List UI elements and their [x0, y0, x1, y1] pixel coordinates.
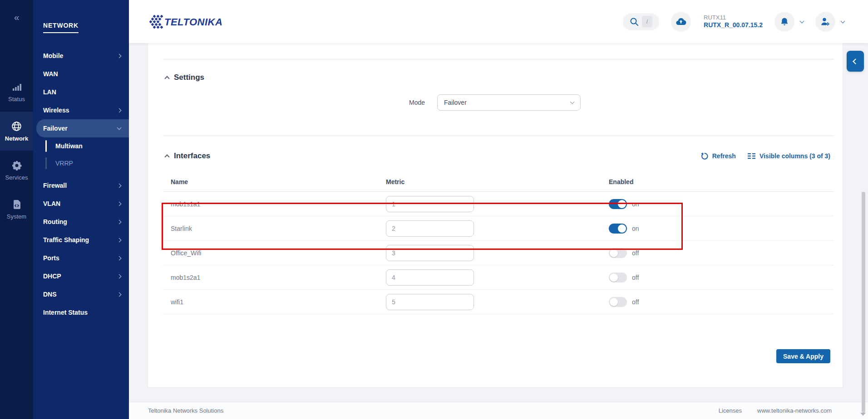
sidebar-title: NETWORK	[43, 22, 79, 33]
rail-item-services[interactable]: Services	[0, 151, 33, 190]
section-divider	[163, 59, 834, 59]
metric-input[interactable]	[386, 269, 474, 286]
chevron-right-icon	[117, 54, 122, 58]
interface-name: mob1s2a1	[163, 274, 386, 281]
sidebar-subitem-label: VRRP	[55, 160, 73, 167]
rail-item-status[interactable]: Status	[0, 73, 33, 112]
save-apply-button[interactable]: Save & Apply	[776, 349, 830, 363]
chevron-down-icon	[800, 19, 804, 23]
enabled-toggle[interactable]	[609, 199, 627, 209]
enabled-toggle[interactable]	[609, 248, 627, 258]
globe-icon	[11, 121, 22, 132]
sidebar-item-lan[interactable]: LAN	[33, 83, 129, 101]
cloud-upload-icon	[675, 16, 687, 28]
sidebar-subitem-label: Multiwan	[55, 142, 83, 150]
table-row: mob1s1a1 on	[163, 192, 834, 216]
chevron-right-icon	[117, 274, 122, 278]
metric-input[interactable]	[386, 220, 474, 237]
scrollbar-down-arrow[interactable]	[860, 413, 866, 416]
rail-item-system[interactable]: System	[0, 190, 33, 229]
sidebar-item-internet-status[interactable]: Internet Status	[33, 303, 129, 322]
refresh-button[interactable]: Refresh	[701, 152, 736, 160]
mode-select-value: Failover	[444, 99, 467, 106]
events-panel-expand-tab[interactable]	[847, 51, 864, 72]
multiwan-card: Settings Mode Failover Interfaces	[148, 43, 843, 388]
metric-input[interactable]	[386, 196, 474, 212]
sidebar-item-mobile[interactable]: Mobile	[33, 47, 129, 65]
user-gear-icon	[820, 16, 831, 27]
mode-label: Mode	[393, 94, 425, 111]
sidebar-item-label: Routing	[43, 218, 67, 225]
visible-columns-label: Visible columns (3 of 3)	[760, 152, 830, 160]
chevron-right-icon	[117, 238, 122, 242]
section-divider	[163, 136, 834, 136]
interface-name: Office_Wifi	[163, 249, 386, 257]
sidebar-item-vlan[interactable]: VLAN	[33, 195, 129, 213]
user-settings-button[interactable]	[815, 12, 835, 32]
mode-select[interactable]: Failover	[437, 94, 581, 111]
sidebar-item-failover[interactable]: Failover	[36, 119, 129, 137]
user-menu[interactable]	[815, 12, 844, 32]
signal-bars-icon	[11, 82, 22, 93]
collapse-sidebar-button[interactable]: «	[0, 12, 33, 23]
interfaces-section-toggle[interactable]: Interfaces	[165, 151, 210, 161]
notifications-menu[interactable]	[774, 12, 804, 32]
chevron-right-icon	[117, 219, 122, 224]
mode-form-row: Mode Failover	[148, 94, 843, 111]
sidebar-item-wireless[interactable]: Wireless	[33, 101, 129, 119]
chevron-right-icon	[117, 183, 122, 188]
sidebar-item-firewall[interactable]: Firewall	[33, 176, 129, 195]
sidebar-item-label: Firewall	[43, 182, 67, 189]
column-header-enabled: Enabled	[609, 178, 834, 185]
search-button[interactable]: /	[623, 13, 659, 30]
sidebar-item-label: DNS	[43, 291, 57, 298]
enabled-toggle[interactable]	[609, 224, 627, 234]
column-header-name: Name	[163, 178, 386, 185]
sidebar-subitem-multiwan[interactable]: Multiwan	[33, 137, 129, 155]
settings-section-title: Settings	[174, 73, 204, 82]
vertical-scrollbar[interactable]	[862, 192, 865, 413]
collapse-caret-icon	[164, 154, 169, 159]
rail-label-services: Services	[5, 174, 28, 181]
metric-input[interactable]	[386, 245, 474, 261]
sidebar-item-label: Ports	[43, 254, 59, 262]
table-row: mob1s2a1 off	[163, 265, 834, 290]
website-link[interactable]: www.teltonika-networks.com	[757, 407, 832, 414]
sidebar-item-wan[interactable]: WAN	[33, 65, 129, 83]
chevron-down-icon	[841, 19, 845, 23]
sidebar-item-routing[interactable]: Routing	[33, 213, 129, 231]
enabled-toggle[interactable]	[609, 297, 627, 307]
rail-item-network[interactable]: Network	[0, 112, 33, 151]
sidebar-subitem-vrrp[interactable]: VRRP	[33, 155, 129, 172]
table-header-row: Name Metric Enabled	[163, 172, 834, 192]
enabled-toggle[interactable]	[609, 273, 627, 283]
rail-label-system: System	[7, 213, 26, 220]
interface-name: Starlink	[163, 225, 386, 232]
search-shortcut-key: /	[642, 16, 652, 27]
licenses-link[interactable]: Licenses	[719, 407, 742, 414]
settings-section-toggle[interactable]: Settings	[165, 73, 843, 82]
sidebar-item-dns[interactable]: DNS	[33, 285, 129, 303]
sidebar-item-label: WAN	[43, 70, 58, 78]
sidebar-item-dhcp[interactable]: DHCP	[33, 267, 129, 285]
sidebar-item-ports[interactable]: Ports	[33, 249, 129, 267]
logo-text: TELTONIKA	[164, 16, 222, 28]
interfaces-section-header: Interfaces Refresh	[148, 149, 843, 163]
toggle-state-label: on	[632, 225, 639, 232]
sidebar-item-label: Traffic Shaping	[43, 236, 89, 244]
main-content: Settings Mode Failover Interfaces	[129, 43, 868, 402]
visible-columns-button[interactable]: Visible columns (3 of 3)	[748, 152, 830, 160]
cloud-sync-button[interactable]	[671, 12, 691, 32]
toggle-state-label: off	[632, 274, 639, 281]
interface-name: wifi1	[163, 298, 386, 306]
sidebar-item-label: LAN	[43, 88, 56, 96]
chevron-right-icon	[117, 201, 122, 206]
sidebar-item-label: Internet Status	[43, 309, 88, 316]
chevron-left-icon	[853, 58, 858, 64]
top-bar-actions: / RUTX11 RUTX_R_00.07.15.2	[623, 0, 844, 43]
notifications-button[interactable]	[774, 12, 794, 32]
sidebar-item-traffic-shaping[interactable]: Traffic Shaping	[33, 231, 129, 249]
toggle-state-label: off	[632, 298, 639, 306]
metric-input[interactable]	[386, 294, 474, 310]
chevron-down-icon	[117, 126, 122, 130]
